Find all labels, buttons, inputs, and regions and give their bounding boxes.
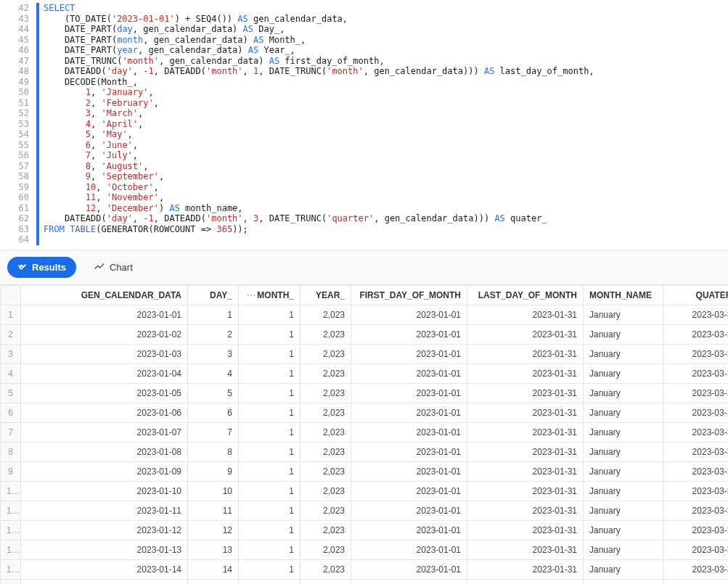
table-row[interactable]: 112023-01-111112,0232023-01-012023-01-31… (1, 501, 729, 520)
cell-quater[interactable]: 2023-03-31 (663, 305, 729, 324)
code-line[interactable]: DECODE(Month_, (44, 77, 728, 88)
cell-quater[interactable]: 2023-03-31 (663, 363, 729, 383)
cell-year[interactable]: 2,023 (300, 422, 351, 442)
results-grid[interactable]: GEN_CALENDAR_DATADAY_⋯MONTH_YEAR_FIRST_D… (0, 285, 728, 585)
cell-last[interactable]: 2023-01-31 (467, 363, 584, 383)
cell-first[interactable]: 2023-01-01 (351, 579, 467, 584)
cell-gen[interactable]: 2023-01-15 (21, 579, 188, 584)
code-area[interactable]: SELECT (TO_DATE('2023-01-01') + SEQ4()) … (39, 3, 728, 245)
table-row[interactable]: 102023-01-101012,0232023-01-012023-01-31… (1, 481, 729, 501)
cell-month[interactable]: 1 (239, 481, 300, 501)
table-row[interactable]: 42023-01-04412,0232023-01-012023-01-31Ja… (1, 363, 729, 383)
cell-day[interactable]: 11 (188, 501, 239, 520)
cell-gen[interactable]: 2023-01-08 (21, 442, 188, 461)
cell-gen[interactable]: 2023-01-10 (21, 481, 188, 501)
cell-month[interactable]: 1 (239, 305, 300, 324)
cell-year[interactable]: 2,023 (300, 520, 351, 540)
cell-quater[interactable]: 2023-03-31 (663, 481, 729, 501)
cell-day[interactable]: 6 (188, 403, 239, 422)
cell-name[interactable]: January (584, 324, 663, 344)
code-line[interactable]: 1, 'January', (44, 87, 728, 98)
cell-last[interactable]: 2023-01-31 (467, 501, 584, 520)
table-row[interactable]: 92023-01-09912,0232023-01-012023-01-31Ja… (1, 461, 729, 481)
code-line[interactable]: 11, 'November', (44, 192, 728, 203)
cell-first[interactable]: 2023-01-01 (351, 305, 467, 324)
cell-day[interactable]: 2 (188, 324, 239, 344)
col-header-day[interactable]: DAY_ (188, 285, 239, 305)
cell-day[interactable]: 12 (188, 520, 239, 540)
cell-gen[interactable]: 2023-01-03 (21, 344, 188, 363)
cell-gen[interactable]: 2023-01-05 (21, 383, 188, 403)
cell-quater[interactable]: 2023-03-31 (663, 520, 729, 540)
cell-quater[interactable]: 2023-03-31 (663, 422, 729, 442)
cell-gen[interactable]: 2023-01-07 (21, 422, 188, 442)
cell-gen[interactable]: 2023-01-01 (21, 305, 188, 324)
cell-day[interactable]: 14 (188, 559, 239, 579)
code-line[interactable]: DATE_TRUNC('month', gen_calendar_data) A… (44, 56, 728, 67)
code-line[interactable]: 8, 'August', (44, 161, 728, 172)
cell-year[interactable]: 2,023 (300, 540, 351, 559)
cell-year[interactable]: 2,023 (300, 461, 351, 481)
results-tab[interactable]: Results (7, 257, 76, 278)
cell-year[interactable]: 2,023 (300, 501, 351, 520)
code-line[interactable]: DATEADD('day', -1, DATEADD('month', 1, D… (44, 66, 728, 77)
cell-year[interactable]: 2,023 (300, 383, 351, 403)
chart-tab[interactable]: Chart (83, 256, 143, 279)
cell-first[interactable]: 2023-01-01 (351, 383, 467, 403)
code-line[interactable]: 7, 'July', (44, 150, 728, 161)
cell-name[interactable]: January (584, 520, 663, 540)
cell-day[interactable]: 4 (188, 363, 239, 383)
cell-name[interactable]: January (584, 344, 663, 363)
col-header-first[interactable]: FIRST_DAY_OF_MONTH (351, 285, 467, 305)
cell-year[interactable]: 2,023 (300, 481, 351, 501)
cell-year[interactable]: 2,023 (300, 559, 351, 579)
cell-quater[interactable]: 2023-03-31 (663, 559, 729, 579)
cell-last[interactable]: 2023-01-31 (467, 422, 584, 442)
cell-month[interactable]: 1 (239, 344, 300, 363)
cell-gen[interactable]: 2023-01-09 (21, 461, 188, 481)
code-line[interactable]: 10, 'October', (44, 182, 728, 193)
cell-year[interactable]: 2,023 (300, 305, 351, 324)
code-line[interactable]: 9, 'September', (44, 171, 728, 182)
cell-first[interactable]: 2023-01-01 (351, 461, 467, 481)
code-line[interactable]: 2, 'February', (44, 98, 728, 109)
cell-last[interactable]: 2023-01-31 (467, 559, 584, 579)
cell-first[interactable]: 2023-01-01 (351, 422, 467, 442)
cell-day[interactable]: 15 (188, 579, 239, 584)
cell-month[interactable]: 1 (239, 501, 300, 520)
cell-name[interactable]: January (584, 442, 663, 461)
cell-day[interactable]: 5 (188, 383, 239, 403)
cell-first[interactable]: 2023-01-01 (351, 324, 467, 344)
cell-quater[interactable]: 2023-03-31 (663, 403, 729, 422)
cell-quater[interactable]: 2023-03-31 (663, 344, 729, 363)
cell-gen[interactable]: 2023-01-11 (21, 501, 188, 520)
cell-quater[interactable]: 2023-03-31 (663, 501, 729, 520)
cell-first[interactable]: 2023-01-01 (351, 363, 467, 383)
cell-day[interactable]: 1 (188, 305, 239, 324)
table-row[interactable]: 32023-01-03312,0232023-01-012023-01-31Ja… (1, 344, 729, 363)
cell-month[interactable]: 1 (239, 520, 300, 540)
code-line[interactable]: DATE_PART(month, gen_calendar_data) AS M… (44, 35, 728, 46)
cell-month[interactable]: 1 (239, 422, 300, 442)
cell-name[interactable]: January (584, 579, 663, 584)
code-line[interactable]: SELECT (44, 3, 728, 14)
cell-first[interactable]: 2023-01-01 (351, 520, 467, 540)
cell-last[interactable]: 2023-01-31 (467, 383, 584, 403)
col-header-month[interactable]: ⋯MONTH_ (239, 285, 300, 305)
cell-first[interactable]: 2023-01-01 (351, 442, 467, 461)
cell-quater[interactable]: 2023-03-31 (663, 442, 729, 461)
table-row[interactable]: 152023-01-151512,0232023-01-012023-01-31… (1, 579, 729, 584)
cell-name[interactable]: January (584, 559, 663, 579)
cell-month[interactable]: 1 (239, 363, 300, 383)
cell-last[interactable]: 2023-01-31 (467, 461, 584, 481)
table-row[interactable]: 142023-01-141412,0232023-01-012023-01-31… (1, 559, 729, 579)
cell-month[interactable]: 1 (239, 540, 300, 559)
col-header-gen[interactable]: GEN_CALENDAR_DATA (21, 285, 188, 305)
cell-last[interactable]: 2023-01-31 (467, 579, 584, 584)
cell-gen[interactable]: 2023-01-14 (21, 559, 188, 579)
code-line[interactable]: 3, 'March', (44, 108, 728, 119)
cell-first[interactable]: 2023-01-01 (351, 403, 467, 422)
cell-last[interactable]: 2023-01-31 (467, 481, 584, 501)
cell-month[interactable]: 1 (239, 559, 300, 579)
cell-name[interactable]: January (584, 403, 663, 422)
